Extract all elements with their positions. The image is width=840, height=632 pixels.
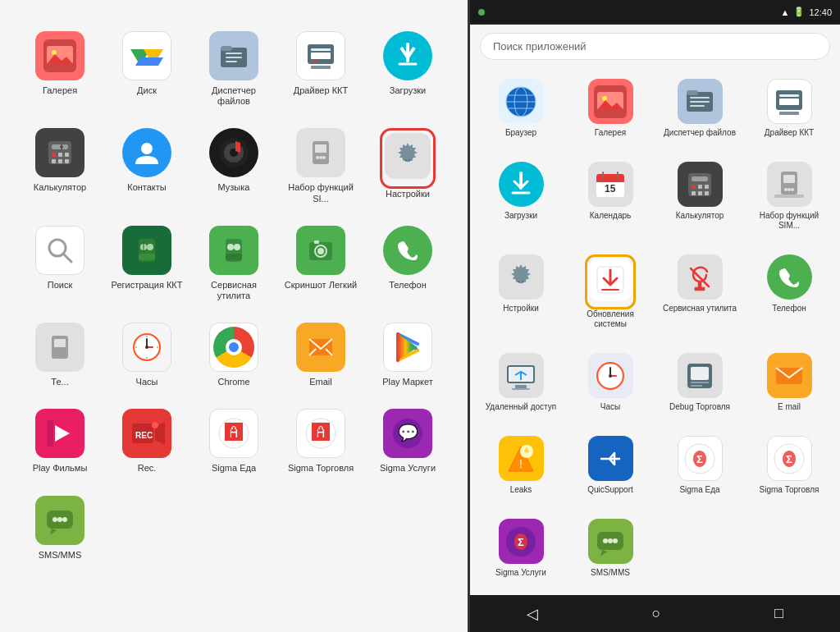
tablet-app-sigmatrade[interactable]: Σ Sigma Торговля [746, 429, 832, 508]
tablet-app-sigmaeats[interactable]: Σ Sigma Еда [657, 429, 742, 508]
tablet-app-email[interactable]: E mail [746, 346, 832, 425]
tablet-app-systemupdate[interactable]: Обновления системы [568, 248, 653, 342]
app-screenshot[interactable]: Скриншот Легкий [277, 219, 364, 308]
tablet-app-settings[interactable]: Нстройки [478, 248, 564, 342]
app-search[interactable]: Поиск [16, 219, 103, 308]
tablet-app-calculator[interactable]: Калькулятор [657, 155, 742, 244]
svg-line-43 [63, 254, 71, 262]
svg-text:Σ: Σ [696, 453, 703, 465]
app-calculator[interactable]: Калькулятор [16, 121, 103, 210]
app-kkdriver[interactable]: Драйвер ККТ [277, 25, 364, 113]
sigmaservice-label: Sigma Услуги [380, 463, 436, 474]
app-phone[interactable]: Телефон [364, 219, 451, 308]
gallery-label: Галерея [43, 85, 77, 96]
app-serviceutil[interactable]: Сервисная утилита [190, 219, 277, 308]
tablet-app-filemanager[interactable]: Диспетчер файлов [657, 72, 742, 151]
tablet-clock-icon [588, 353, 633, 398]
smsmms-icon [35, 496, 84, 545]
svg-rect-107 [779, 94, 799, 97]
tablet-gallery-label: Галерея [595, 128, 626, 138]
downloads-icon [383, 31, 432, 80]
svg-point-31 [141, 143, 153, 154]
systemupdate-highlight [585, 254, 636, 309]
app-gallery[interactable]: Галерея [16, 25, 103, 113]
app-sigmatrade[interactable]: 🅰 Sigma Торговля [277, 402, 364, 480]
search-icon [35, 226, 84, 275]
tablet-app-calendar[interactable]: 15 Календарь [568, 155, 653, 244]
chrome-label: Chrome [217, 377, 249, 387]
svg-rect-141 [512, 388, 530, 390]
app-music[interactable]: Музыка [190, 121, 277, 210]
svg-point-129 [791, 188, 794, 191]
svg-rect-108 [779, 98, 799, 105]
svg-rect-122 [692, 191, 696, 195]
app-kkreg[interactable]: Регистрация ККТ [103, 219, 190, 308]
left-app-grid: Галерея Диск [8, 16, 459, 575]
back-button[interactable]: ◁ [510, 598, 555, 630]
svg-rect-102 [690, 97, 710, 98]
phone-icon [383, 226, 432, 275]
app-chrome[interactable]: Chrome [190, 316, 277, 394]
tablet-downloads-icon [499, 162, 544, 207]
svg-text:!: ! [519, 457, 523, 470]
tablet-app-simfunctions[interactable]: Набор функций SIM... [746, 155, 832, 244]
svg-text:💬: 💬 [398, 423, 418, 442]
app-rec[interactable]: REC Rec. [103, 402, 190, 480]
app-te[interactable]: Те... [16, 316, 103, 394]
right-tablet-panel: ▲ 🔋 12:40 Поиск приложений Браузер Галер… [468, 0, 840, 632]
calculator-icon [35, 128, 84, 177]
app-simfunctions[interactable]: Набор функций SI... [277, 121, 364, 210]
app-drive[interactable]: Диск [103, 25, 190, 113]
tablet-filemanager-label: Диспетчер файлов [664, 128, 736, 138]
screenshot-label: Скриншот Легкий [285, 280, 357, 291]
app-playstore[interactable]: Play Маркет [364, 316, 451, 394]
app-sigmaeats[interactable]: 🅰 Sigma Еда [190, 402, 277, 480]
svg-rect-58 [54, 339, 66, 347]
gallery-icon [35, 31, 84, 80]
tablet-app-gallery[interactable]: Галерея [568, 72, 653, 151]
svg-point-46 [147, 244, 153, 250]
app-downloads[interactable]: Загрузки [364, 25, 451, 113]
recents-button[interactable]: □ [758, 598, 800, 629]
svg-text:Σ: Σ [518, 536, 524, 548]
app-sigmaservice[interactable]: 💬 Sigma Услуги [364, 402, 451, 480]
app-email[interactable]: Email [277, 316, 364, 394]
app-filemanager[interactable]: Диспетчер файлов [190, 25, 277, 113]
simfunctions-label: Набор функций SI... [284, 182, 358, 204]
app-smsmms[interactable]: SMS/MMS [16, 489, 103, 567]
tablet-app-leaks[interactable]: ! Leaks [478, 429, 564, 508]
android-status-bar: ▲ 🔋 12:40 [470, 0, 840, 25]
svg-text:REC: REC [135, 431, 153, 440]
svg-point-166 [613, 538, 618, 543]
app-settings[interactable]: Настройки [364, 121, 451, 210]
svg-rect-36 [315, 144, 326, 153]
kkreg-label: Регистрация ККТ [112, 280, 183, 291]
tablet-settings-icon [499, 254, 544, 300]
tablet-kkdriver-label: Драйвер ККТ [765, 128, 814, 138]
svg-rect-123 [698, 191, 702, 195]
tablet-sigmaservice-label: Sigma Услуги [495, 568, 546, 578]
app-search-bar[interactable]: Поиск приложений [480, 33, 830, 60]
svg-rect-150 [691, 385, 702, 387]
simfunctions-icon [296, 128, 345, 177]
tablet-app-serviceutil[interactable]: Сервисная утилита [657, 248, 742, 342]
tablet-simfunctions-label: Набор функций SIM... [750, 211, 829, 231]
tablet-app-debugtrade[interactable]: Debug Торговля [657, 346, 742, 425]
app-playmovies[interactable]: Play Фильмы [16, 402, 103, 480]
settings-label: Настройки [386, 189, 430, 199]
app-clock[interactable]: Часы [103, 316, 190, 394]
battery-icon: 🔋 [793, 7, 805, 17]
tablet-app-browser[interactable]: Браузер [478, 72, 564, 151]
serviceutil-icon [209, 226, 258, 275]
tablet-app-sigmaservice[interactable]: Σ Sigma Услуги [478, 512, 564, 591]
tablet-app-remoteaccess[interactable]: Удаленный доступ [478, 346, 564, 425]
tablet-app-downloads[interactable]: Загрузки [478, 155, 564, 244]
tablet-app-smsmms[interactable]: SMS/MMS [568, 512, 653, 591]
home-button[interactable]: ○ [636, 598, 678, 629]
app-contacts[interactable]: Контакты [103, 121, 190, 210]
tablet-app-quicksupport[interactable]: QuicSupport [568, 429, 653, 508]
tablet-app-clock[interactable]: Часы [568, 346, 653, 425]
tablet-app-phone[interactable]: Телефон [746, 248, 832, 342]
svg-rect-56 [314, 240, 319, 244]
tablet-app-kkdriver[interactable]: Драйвер ККТ [746, 72, 832, 151]
